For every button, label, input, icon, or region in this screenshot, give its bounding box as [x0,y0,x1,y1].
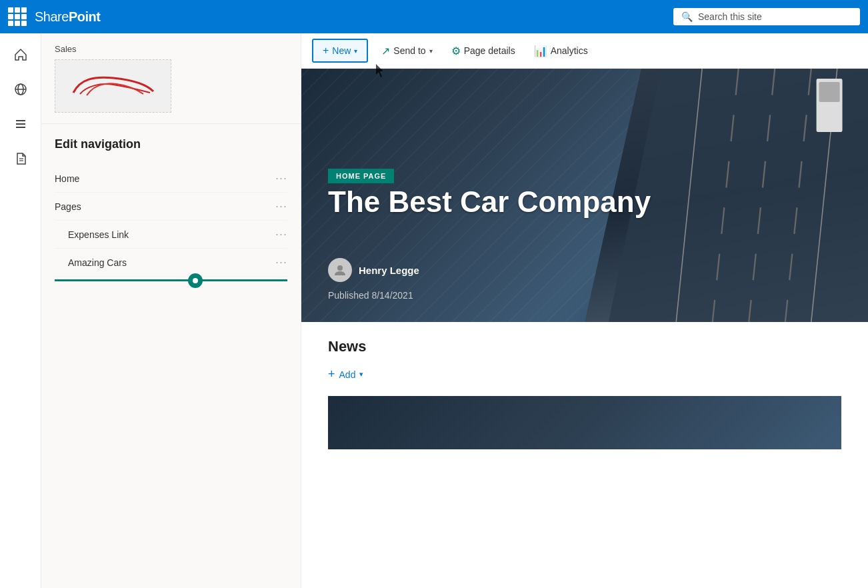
sidebar-globe-icon[interactable] [5,73,37,105]
site-logo-area: Sales [41,33,301,124]
add-plus-icon: + [328,367,335,381]
page-details-icon: ⚙ [451,45,461,57]
left-sidebar [0,33,41,588]
nav-item-pages[interactable]: Pages ··· [55,193,287,221]
nav-item-home-label: Home [55,173,79,184]
top-navigation: SharePoint 🔍 Search this site [0,0,868,33]
page-details-label: Page details [464,45,515,56]
hero-author: Henry Legge [328,258,419,282]
new-button-chevron: ▾ [354,47,357,55]
sidebar-home-icon[interactable] [5,39,37,71]
hero-published: Published 8/14/2021 [328,290,413,301]
add-button[interactable]: + Add ▾ [328,363,841,385]
new-button[interactable]: + New ▾ [312,39,368,63]
nav-item-amazing-cars-dots[interactable]: ··· [275,255,287,269]
right-content: + New ▾ ↗ Send to ▾ ⚙ Page details [301,33,868,588]
sidebar-document-icon[interactable] [5,143,37,175]
edit-nav-title: Edit navigation [55,137,287,151]
brand-name: SharePoint [35,9,100,25]
hero-background: HOME PAGE The Best Car Company Henry Leg… [301,69,868,322]
nav-item-expenses[interactable]: Expenses Link ··· [55,221,287,249]
analytics-icon: 📊 [534,45,547,57]
hero-section: HOME PAGE The Best Car Company Henry Leg… [301,69,868,322]
nav-item-home-dots[interactable]: ··· [275,171,287,185]
analytics-button[interactable]: 📊 Analytics [526,40,596,62]
nav-item-home[interactable]: Home ··· [55,165,287,193]
send-to-chevron: ▾ [429,47,433,55]
search-placeholder: Search this site [698,11,762,22]
news-section: News + Add ▾ [301,322,868,465]
svg-rect-4 [16,123,25,125]
hero-badge: HOME PAGE [328,169,394,183]
svg-rect-3 [16,120,25,121]
page-details-button[interactable]: ⚙ Page details [443,40,523,62]
waffle-icon[interactable] [8,7,27,26]
left-panel: Sales Edit navigation Home ··· Pages ··· [41,33,301,588]
send-to-icon: ↗ [381,45,390,57]
search-bar[interactable]: 🔍 Search this site [673,8,860,25]
svg-point-16 [337,265,343,271]
author-name: Henry Legge [359,265,419,276]
nav-item-amazing-cars[interactable]: Amazing Cars ··· [55,249,287,277]
nav-item-amazing-cars-label: Amazing Cars [68,257,127,268]
new-button-plus-icon: + [323,45,329,57]
car-logo-svg [67,66,160,106]
news-thumbnail [328,396,841,449]
analytics-label: Analytics [551,45,588,56]
nav-item-expenses-dots[interactable]: ··· [275,227,287,241]
hero-title: The Best Car Company [328,185,651,219]
site-name: Sales [55,44,287,54]
new-button-label: New [332,45,351,56]
add-chevron: ▾ [359,370,363,379]
search-icon: 🔍 [681,11,693,22]
nav-active-bar [55,279,287,281]
page-toolbar: + New ▾ ↗ Send to ▾ ⚙ Page details [301,33,868,69]
sidebar-list-icon[interactable] [5,108,37,140]
edit-nav-panel: Edit navigation Home ··· Pages ··· Expen… [41,124,301,295]
svg-rect-15 [819,82,839,102]
news-title: News [328,338,841,355]
add-label: Add [339,369,356,380]
author-avatar [328,258,352,282]
main-content: Sales Edit navigation Home ··· Pages ··· [41,33,868,588]
nav-item-pages-dots[interactable]: ··· [275,199,287,213]
send-to-label: Send to [393,45,425,56]
nav-item-expenses-label: Expenses Link [68,229,129,240]
nav-active-circle [188,273,203,288]
nav-item-pages-label: Pages [55,201,81,212]
logo-box [55,59,171,113]
svg-rect-5 [16,127,25,128]
send-to-button[interactable]: ↗ Send to ▾ [373,40,440,62]
